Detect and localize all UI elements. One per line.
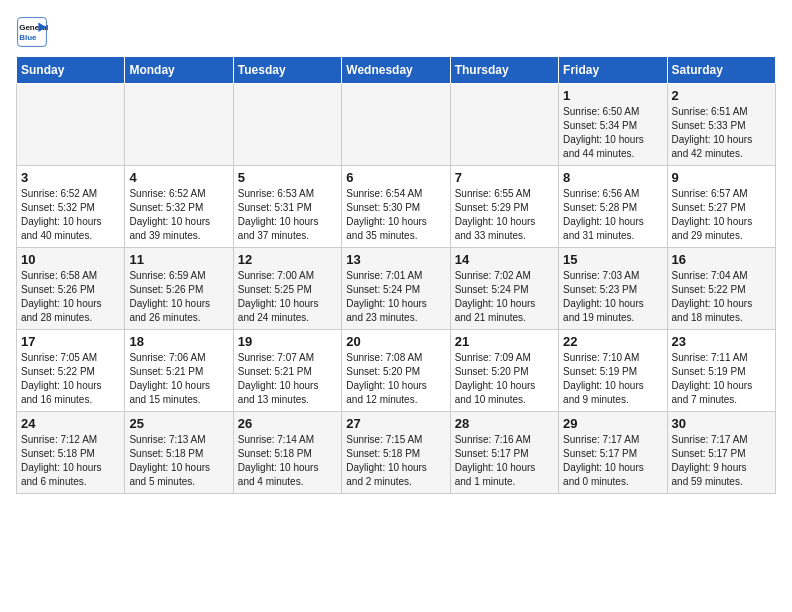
day-info: Sunrise: 7:12 AM Sunset: 5:18 PM Dayligh… bbox=[21, 433, 120, 489]
day-info: Sunrise: 6:54 AM Sunset: 5:30 PM Dayligh… bbox=[346, 187, 445, 243]
logo: General Blue bbox=[16, 16, 52, 48]
day-info: Sunrise: 6:52 AM Sunset: 5:32 PM Dayligh… bbox=[129, 187, 228, 243]
day-info: Sunrise: 7:09 AM Sunset: 5:20 PM Dayligh… bbox=[455, 351, 554, 407]
calendar-cell: 10Sunrise: 6:58 AM Sunset: 5:26 PM Dayli… bbox=[17, 248, 125, 330]
calendar-cell: 4Sunrise: 6:52 AM Sunset: 5:32 PM Daylig… bbox=[125, 166, 233, 248]
calendar-cell: 8Sunrise: 6:56 AM Sunset: 5:28 PM Daylig… bbox=[559, 166, 667, 248]
logo-icon: General Blue bbox=[16, 16, 48, 48]
day-number: 3 bbox=[21, 170, 120, 185]
day-info: Sunrise: 7:04 AM Sunset: 5:22 PM Dayligh… bbox=[672, 269, 771, 325]
calendar-cell: 3Sunrise: 6:52 AM Sunset: 5:32 PM Daylig… bbox=[17, 166, 125, 248]
day-info: Sunrise: 6:53 AM Sunset: 5:31 PM Dayligh… bbox=[238, 187, 337, 243]
day-number: 14 bbox=[455, 252, 554, 267]
day-number: 23 bbox=[672, 334, 771, 349]
week-row-2: 3Sunrise: 6:52 AM Sunset: 5:32 PM Daylig… bbox=[17, 166, 776, 248]
calendar-cell: 14Sunrise: 7:02 AM Sunset: 5:24 PM Dayli… bbox=[450, 248, 558, 330]
day-number: 11 bbox=[129, 252, 228, 267]
day-number: 25 bbox=[129, 416, 228, 431]
day-number: 16 bbox=[672, 252, 771, 267]
weekday-header-row: SundayMondayTuesdayWednesdayThursdayFrid… bbox=[17, 57, 776, 84]
day-number: 26 bbox=[238, 416, 337, 431]
day-number: 6 bbox=[346, 170, 445, 185]
calendar-cell: 5Sunrise: 6:53 AM Sunset: 5:31 PM Daylig… bbox=[233, 166, 341, 248]
calendar-cell: 18Sunrise: 7:06 AM Sunset: 5:21 PM Dayli… bbox=[125, 330, 233, 412]
calendar-cell: 17Sunrise: 7:05 AM Sunset: 5:22 PM Dayli… bbox=[17, 330, 125, 412]
calendar-cell: 16Sunrise: 7:04 AM Sunset: 5:22 PM Dayli… bbox=[667, 248, 775, 330]
week-row-4: 17Sunrise: 7:05 AM Sunset: 5:22 PM Dayli… bbox=[17, 330, 776, 412]
calendar-cell: 9Sunrise: 6:57 AM Sunset: 5:27 PM Daylig… bbox=[667, 166, 775, 248]
day-number: 2 bbox=[672, 88, 771, 103]
calendar-cell: 7Sunrise: 6:55 AM Sunset: 5:29 PM Daylig… bbox=[450, 166, 558, 248]
day-info: Sunrise: 6:55 AM Sunset: 5:29 PM Dayligh… bbox=[455, 187, 554, 243]
day-info: Sunrise: 7:08 AM Sunset: 5:20 PM Dayligh… bbox=[346, 351, 445, 407]
day-info: Sunrise: 7:02 AM Sunset: 5:24 PM Dayligh… bbox=[455, 269, 554, 325]
calendar-cell: 21Sunrise: 7:09 AM Sunset: 5:20 PM Dayli… bbox=[450, 330, 558, 412]
day-info: Sunrise: 6:52 AM Sunset: 5:32 PM Dayligh… bbox=[21, 187, 120, 243]
calendar-cell: 29Sunrise: 7:17 AM Sunset: 5:17 PM Dayli… bbox=[559, 412, 667, 494]
calendar-cell: 13Sunrise: 7:01 AM Sunset: 5:24 PM Dayli… bbox=[342, 248, 450, 330]
weekday-monday: Monday bbox=[125, 57, 233, 84]
day-info: Sunrise: 7:16 AM Sunset: 5:17 PM Dayligh… bbox=[455, 433, 554, 489]
calendar-cell bbox=[125, 84, 233, 166]
day-number: 21 bbox=[455, 334, 554, 349]
calendar-cell: 24Sunrise: 7:12 AM Sunset: 5:18 PM Dayli… bbox=[17, 412, 125, 494]
day-info: Sunrise: 6:56 AM Sunset: 5:28 PM Dayligh… bbox=[563, 187, 662, 243]
day-info: Sunrise: 6:59 AM Sunset: 5:26 PM Dayligh… bbox=[129, 269, 228, 325]
day-number: 8 bbox=[563, 170, 662, 185]
calendar-cell: 12Sunrise: 7:00 AM Sunset: 5:25 PM Dayli… bbox=[233, 248, 341, 330]
calendar-cell: 25Sunrise: 7:13 AM Sunset: 5:18 PM Dayli… bbox=[125, 412, 233, 494]
weekday-sunday: Sunday bbox=[17, 57, 125, 84]
calendar-cell: 2Sunrise: 6:51 AM Sunset: 5:33 PM Daylig… bbox=[667, 84, 775, 166]
calendar-cell bbox=[450, 84, 558, 166]
day-info: Sunrise: 7:05 AM Sunset: 5:22 PM Dayligh… bbox=[21, 351, 120, 407]
calendar-cell: 19Sunrise: 7:07 AM Sunset: 5:21 PM Dayli… bbox=[233, 330, 341, 412]
day-number: 1 bbox=[563, 88, 662, 103]
week-row-1: 1Sunrise: 6:50 AM Sunset: 5:34 PM Daylig… bbox=[17, 84, 776, 166]
day-number: 18 bbox=[129, 334, 228, 349]
weekday-friday: Friday bbox=[559, 57, 667, 84]
week-row-5: 24Sunrise: 7:12 AM Sunset: 5:18 PM Dayli… bbox=[17, 412, 776, 494]
day-number: 17 bbox=[21, 334, 120, 349]
svg-text:Blue: Blue bbox=[19, 33, 37, 42]
day-number: 22 bbox=[563, 334, 662, 349]
weekday-wednesday: Wednesday bbox=[342, 57, 450, 84]
calendar-cell: 23Sunrise: 7:11 AM Sunset: 5:19 PM Dayli… bbox=[667, 330, 775, 412]
calendar-cell bbox=[17, 84, 125, 166]
weekday-tuesday: Tuesday bbox=[233, 57, 341, 84]
day-number: 15 bbox=[563, 252, 662, 267]
calendar-cell: 27Sunrise: 7:15 AM Sunset: 5:18 PM Dayli… bbox=[342, 412, 450, 494]
day-number: 30 bbox=[672, 416, 771, 431]
calendar-cell: 28Sunrise: 7:16 AM Sunset: 5:17 PM Dayli… bbox=[450, 412, 558, 494]
day-number: 27 bbox=[346, 416, 445, 431]
day-info: Sunrise: 7:17 AM Sunset: 5:17 PM Dayligh… bbox=[563, 433, 662, 489]
day-number: 10 bbox=[21, 252, 120, 267]
day-number: 20 bbox=[346, 334, 445, 349]
calendar-cell: 20Sunrise: 7:08 AM Sunset: 5:20 PM Dayli… bbox=[342, 330, 450, 412]
day-number: 19 bbox=[238, 334, 337, 349]
weekday-saturday: Saturday bbox=[667, 57, 775, 84]
day-info: Sunrise: 6:50 AM Sunset: 5:34 PM Dayligh… bbox=[563, 105, 662, 161]
day-info: Sunrise: 7:00 AM Sunset: 5:25 PM Dayligh… bbox=[238, 269, 337, 325]
calendar-cell bbox=[342, 84, 450, 166]
week-row-3: 10Sunrise: 6:58 AM Sunset: 5:26 PM Dayli… bbox=[17, 248, 776, 330]
day-number: 12 bbox=[238, 252, 337, 267]
calendar-cell: 22Sunrise: 7:10 AM Sunset: 5:19 PM Dayli… bbox=[559, 330, 667, 412]
day-info: Sunrise: 7:10 AM Sunset: 5:19 PM Dayligh… bbox=[563, 351, 662, 407]
day-info: Sunrise: 7:14 AM Sunset: 5:18 PM Dayligh… bbox=[238, 433, 337, 489]
day-info: Sunrise: 7:06 AM Sunset: 5:21 PM Dayligh… bbox=[129, 351, 228, 407]
calendar-cell: 30Sunrise: 7:17 AM Sunset: 5:17 PM Dayli… bbox=[667, 412, 775, 494]
day-info: Sunrise: 7:01 AM Sunset: 5:24 PM Dayligh… bbox=[346, 269, 445, 325]
day-number: 4 bbox=[129, 170, 228, 185]
day-info: Sunrise: 7:15 AM Sunset: 5:18 PM Dayligh… bbox=[346, 433, 445, 489]
day-info: Sunrise: 7:11 AM Sunset: 5:19 PM Dayligh… bbox=[672, 351, 771, 407]
calendar-cell: 1Sunrise: 6:50 AM Sunset: 5:34 PM Daylig… bbox=[559, 84, 667, 166]
weekday-thursday: Thursday bbox=[450, 57, 558, 84]
day-info: Sunrise: 6:58 AM Sunset: 5:26 PM Dayligh… bbox=[21, 269, 120, 325]
day-info: Sunrise: 7:03 AM Sunset: 5:23 PM Dayligh… bbox=[563, 269, 662, 325]
day-number: 24 bbox=[21, 416, 120, 431]
day-number: 9 bbox=[672, 170, 771, 185]
calendar-cell: 6Sunrise: 6:54 AM Sunset: 5:30 PM Daylig… bbox=[342, 166, 450, 248]
day-info: Sunrise: 7:13 AM Sunset: 5:18 PM Dayligh… bbox=[129, 433, 228, 489]
calendar-cell bbox=[233, 84, 341, 166]
day-info: Sunrise: 7:17 AM Sunset: 5:17 PM Dayligh… bbox=[672, 433, 771, 489]
